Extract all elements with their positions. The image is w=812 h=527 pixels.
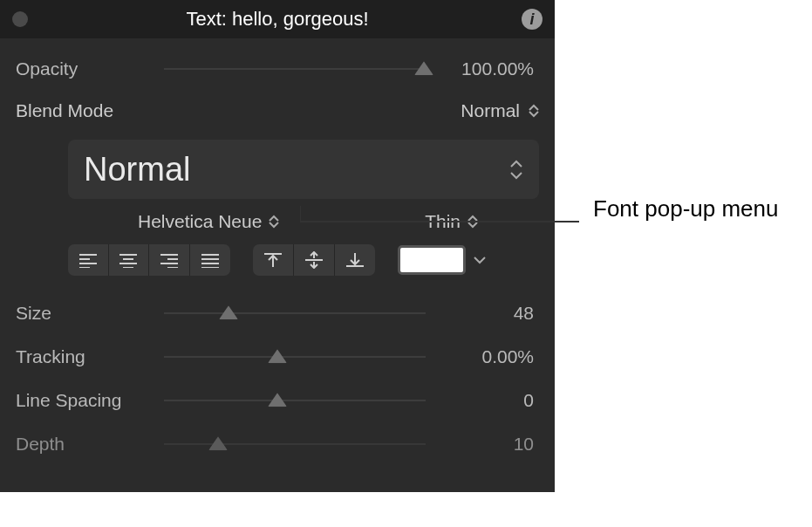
text-style-preset-menu[interactable]: Normal [68, 140, 539, 199]
text-controls-row [16, 244, 487, 291]
opacity-label: Opacity [16, 58, 164, 79]
font-popup-menu[interactable]: Helvetica Neue [68, 211, 279, 232]
opacity-row: Opacity 100.00% [16, 47, 539, 91]
line-spacing-value[interactable]: 0 [434, 390, 539, 411]
tracking-slider-thumb[interactable] [268, 349, 287, 363]
size-slider-thumb[interactable] [219, 305, 238, 319]
size-label: Size [16, 303, 164, 324]
blend-mode-label: Blend Mode [16, 100, 164, 121]
panel-title: Text: hello, gorgeous! [0, 8, 555, 31]
opacity-value[interactable]: 100.00% [434, 58, 539, 79]
align-left-button[interactable] [68, 244, 109, 276]
weight-stepper-icon [467, 215, 478, 229]
tracking-row: Tracking 0.00% [16, 335, 539, 379]
valign-middle-button[interactable] [294, 244, 335, 276]
preset-stepper-icon [509, 160, 523, 180]
horizontal-align-group [68, 244, 230, 276]
chevron-up-icon [529, 104, 539, 111]
size-value[interactable]: 48 [434, 303, 539, 324]
valign-bottom-icon [345, 251, 365, 269]
line-spacing-label: Line Spacing [16, 390, 164, 411]
size-row: Size 48 [16, 291, 539, 335]
window-close-dot[interactable] [12, 11, 28, 27]
color-well[interactable] [398, 245, 466, 275]
chevron-down-icon [473, 256, 487, 264]
font-value: Helvetica Neue [138, 211, 262, 232]
align-justify-button[interactable] [190, 244, 230, 276]
vertical-align-group [253, 244, 375, 276]
font-weight-popup-menu[interactable]: Thin [425, 211, 487, 232]
font-weight-value: Thin [425, 211, 461, 232]
align-center-button[interactable] [109, 244, 150, 276]
text-color-control [398, 245, 487, 275]
opacity-slider-thumb[interactable] [414, 61, 433, 75]
callout-label: Font pop-up menu [593, 195, 778, 222]
valign-top-icon [263, 251, 283, 269]
valign-bottom-button[interactable] [335, 244, 375, 276]
line-spacing-slider[interactable] [164, 388, 434, 413]
depth-slider[interactable] [164, 432, 434, 456]
depth-slider-thumb[interactable] [208, 436, 228, 450]
text-inspector-panel: Text: hello, gorgeous! i Opacity 100.00%… [0, 0, 555, 492]
titlebar: Text: hello, gorgeous! i [0, 0, 555, 38]
depth-row: Depth 10 [16, 422, 539, 466]
depth-value[interactable]: 10 [434, 434, 539, 455]
opacity-slider[interactable] [164, 57, 434, 81]
valign-middle-icon [304, 251, 324, 269]
align-center-icon [118, 252, 139, 268]
size-slider[interactable] [164, 301, 434, 325]
align-justify-icon [200, 252, 221, 268]
blend-mode-value[interactable]: Normal [461, 100, 525, 121]
tracking-value[interactable]: 0.00% [434, 346, 539, 367]
line-spacing-slider-thumb[interactable] [268, 393, 287, 407]
depth-label: Depth [16, 434, 164, 455]
align-left-icon [78, 252, 99, 268]
font-row: Helvetica Neue Thin [16, 206, 487, 244]
align-right-button[interactable] [149, 244, 190, 276]
color-menu-chevron[interactable] [473, 252, 487, 268]
font-stepper-icon [269, 215, 279, 229]
align-right-icon [159, 252, 180, 268]
blend-mode-stepper[interactable] [529, 104, 539, 118]
chevron-down-icon [529, 111, 539, 118]
info-icon: i [529, 10, 534, 29]
tracking-label: Tracking [16, 346, 164, 367]
line-spacing-row: Line Spacing 0 [16, 379, 539, 422]
info-button[interactable]: i [522, 9, 542, 30]
valign-top-button[interactable] [253, 244, 294, 276]
preset-value: Normal [84, 151, 509, 188]
tracking-slider[interactable] [164, 345, 434, 369]
blend-mode-row: Blend Mode Normal [16, 91, 539, 131]
